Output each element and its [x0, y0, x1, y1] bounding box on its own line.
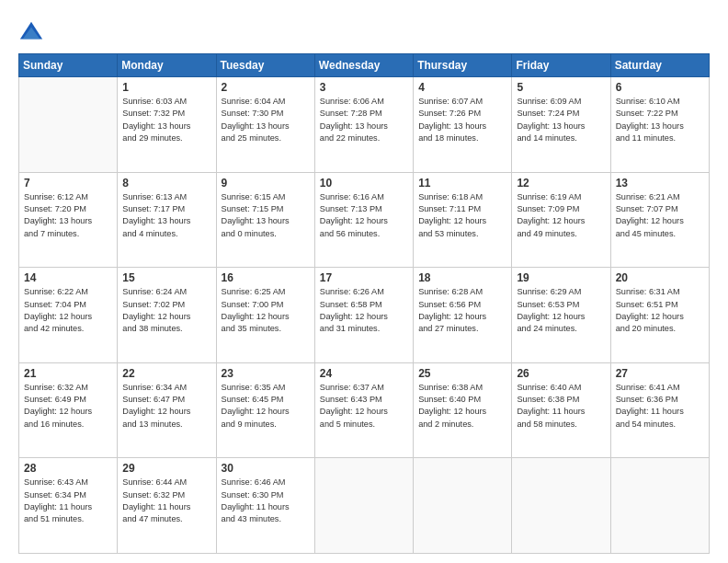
- day-number: 22: [122, 367, 210, 380]
- day-number: 10: [320, 177, 408, 190]
- calendar-cell: [314, 458, 413, 554]
- day-number: 20: [616, 271, 704, 284]
- day-number: 26: [517, 367, 605, 380]
- calendar-cell: 2Sunrise: 6:04 AM Sunset: 7:30 PM Daylig…: [216, 77, 314, 173]
- week-row-1: 7Sunrise: 6:12 AM Sunset: 7:20 PM Daylig…: [19, 172, 710, 268]
- week-row-3: 21Sunrise: 6:32 AM Sunset: 6:49 PM Dayli…: [19, 362, 710, 458]
- day-number: 14: [24, 271, 112, 284]
- day-info: Sunrise: 6:21 AM Sunset: 7:07 PM Dayligh…: [616, 191, 704, 240]
- day-info: Sunrise: 6:04 AM Sunset: 7:30 PM Dayligh…: [222, 96, 310, 144]
- calendar-cell: 23Sunrise: 6:35 AM Sunset: 6:45 PM Dayli…: [216, 362, 314, 458]
- day-info: Sunrise: 6:07 AM Sunset: 7:26 PM Dayligh…: [418, 96, 506, 144]
- day-number: 16: [222, 271, 310, 284]
- day-number: 11: [418, 177, 506, 190]
- calendar-cell: 7Sunrise: 6:12 AM Sunset: 7:20 PM Daylig…: [19, 172, 118, 268]
- weekday-header-monday: Monday: [118, 54, 216, 77]
- day-number: 3: [320, 81, 408, 94]
- day-number: 5: [517, 81, 605, 94]
- calendar-cell: 26Sunrise: 6:40 AM Sunset: 6:38 PM Dayli…: [512, 362, 610, 458]
- calendar-cell: [414, 458, 512, 554]
- week-row-0: 1Sunrise: 6:03 AM Sunset: 7:32 PM Daylig…: [19, 77, 710, 173]
- day-number: 12: [517, 177, 605, 190]
- day-info: Sunrise: 6:32 AM Sunset: 6:49 PM Dayligh…: [24, 382, 112, 431]
- calendar-cell: 21Sunrise: 6:32 AM Sunset: 6:49 PM Dayli…: [19, 362, 118, 458]
- calendar-cell: 18Sunrise: 6:28 AM Sunset: 6:56 PM Dayli…: [414, 268, 512, 363]
- calendar-cell: [19, 77, 118, 173]
- day-info: Sunrise: 6:25 AM Sunset: 7:00 PM Dayligh…: [222, 286, 310, 335]
- day-info: Sunrise: 6:13 AM Sunset: 7:17 PM Dayligh…: [122, 191, 210, 240]
- day-number: 9: [222, 177, 310, 190]
- calendar-cell: 3Sunrise: 6:06 AM Sunset: 7:28 PM Daylig…: [314, 77, 413, 173]
- calendar-cell: 29Sunrise: 6:44 AM Sunset: 6:32 PM Dayli…: [118, 458, 216, 554]
- calendar-cell: [610, 458, 709, 554]
- week-row-4: 28Sunrise: 6:43 AM Sunset: 6:34 PM Dayli…: [19, 458, 710, 554]
- day-info: Sunrise: 6:22 AM Sunset: 7:04 PM Dayligh…: [24, 286, 112, 335]
- header: [18, 17, 710, 46]
- day-info: Sunrise: 6:28 AM Sunset: 6:56 PM Dayligh…: [418, 286, 506, 335]
- day-number: 17: [320, 271, 408, 284]
- day-info: Sunrise: 6:16 AM Sunset: 7:13 PM Dayligh…: [320, 191, 408, 240]
- day-number: 28: [24, 462, 112, 475]
- day-number: 29: [122, 462, 210, 475]
- calendar-cell: 16Sunrise: 6:25 AM Sunset: 7:00 PM Dayli…: [216, 268, 314, 363]
- day-info: Sunrise: 6:09 AM Sunset: 7:24 PM Dayligh…: [517, 96, 605, 144]
- calendar-cell: 28Sunrise: 6:43 AM Sunset: 6:34 PM Dayli…: [19, 458, 118, 554]
- day-number: 24: [320, 367, 408, 380]
- day-info: Sunrise: 6:43 AM Sunset: 6:34 PM Dayligh…: [24, 477, 112, 525]
- weekday-header-tuesday: Tuesday: [216, 54, 314, 77]
- calendar-cell: 4Sunrise: 6:07 AM Sunset: 7:26 PM Daylig…: [414, 77, 512, 173]
- calendar-cell: 20Sunrise: 6:31 AM Sunset: 6:51 PM Dayli…: [610, 268, 709, 363]
- day-number: 7: [24, 177, 112, 190]
- day-info: Sunrise: 6:41 AM Sunset: 6:36 PM Dayligh…: [616, 382, 704, 431]
- calendar-cell: 6Sunrise: 6:10 AM Sunset: 7:22 PM Daylig…: [610, 77, 709, 173]
- day-number: 18: [418, 271, 506, 284]
- page: SundayMondayTuesdayWednesdayThursdayFrid…: [0, 0, 728, 563]
- day-number: 21: [24, 367, 112, 380]
- day-number: 15: [122, 271, 210, 284]
- calendar-cell: 11Sunrise: 6:18 AM Sunset: 7:11 PM Dayli…: [414, 172, 512, 268]
- day-number: 2: [222, 81, 310, 94]
- weekday-header-friday: Friday: [512, 54, 610, 77]
- day-info: Sunrise: 6:29 AM Sunset: 6:53 PM Dayligh…: [517, 286, 605, 335]
- logo-icon: [18, 20, 44, 46]
- day-number: 19: [517, 271, 605, 284]
- day-info: Sunrise: 6:03 AM Sunset: 7:32 PM Dayligh…: [122, 96, 210, 144]
- day-info: Sunrise: 6:37 AM Sunset: 6:43 PM Dayligh…: [320, 382, 408, 431]
- day-number: 6: [616, 81, 704, 94]
- calendar-cell: 12Sunrise: 6:19 AM Sunset: 7:09 PM Dayli…: [512, 172, 610, 268]
- day-number: 23: [222, 367, 310, 380]
- calendar-cell: 17Sunrise: 6:26 AM Sunset: 6:58 PM Dayli…: [314, 268, 413, 363]
- calendar-cell: 9Sunrise: 6:15 AM Sunset: 7:15 PM Daylig…: [216, 172, 314, 268]
- day-number: 1: [122, 81, 210, 94]
- day-info: Sunrise: 6:06 AM Sunset: 7:28 PM Dayligh…: [320, 96, 408, 144]
- calendar-cell: 19Sunrise: 6:29 AM Sunset: 6:53 PM Dayli…: [512, 268, 610, 363]
- day-number: 8: [122, 177, 210, 190]
- calendar-cell: 14Sunrise: 6:22 AM Sunset: 7:04 PM Dayli…: [19, 268, 118, 363]
- calendar-cell: 1Sunrise: 6:03 AM Sunset: 7:32 PM Daylig…: [118, 77, 216, 173]
- calendar-header: SundayMondayTuesdayWednesdayThursdayFrid…: [19, 54, 710, 77]
- day-number: 30: [222, 462, 310, 475]
- weekday-header-thursday: Thursday: [414, 54, 512, 77]
- calendar-body: 1Sunrise: 6:03 AM Sunset: 7:32 PM Daylig…: [19, 77, 710, 554]
- day-info: Sunrise: 6:46 AM Sunset: 6:30 PM Dayligh…: [222, 477, 310, 525]
- day-number: 25: [418, 367, 506, 380]
- calendar-cell: 8Sunrise: 6:13 AM Sunset: 7:17 PM Daylig…: [118, 172, 216, 268]
- calendar-cell: [512, 458, 610, 554]
- day-info: Sunrise: 6:26 AM Sunset: 6:58 PM Dayligh…: [320, 286, 408, 335]
- day-info: Sunrise: 6:35 AM Sunset: 6:45 PM Dayligh…: [222, 382, 310, 431]
- logo: [18, 20, 46, 46]
- calendar-cell: 5Sunrise: 6:09 AM Sunset: 7:24 PM Daylig…: [512, 77, 610, 173]
- calendar-cell: 30Sunrise: 6:46 AM Sunset: 6:30 PM Dayli…: [216, 458, 314, 554]
- calendar-cell: 10Sunrise: 6:16 AM Sunset: 7:13 PM Dayli…: [314, 172, 413, 268]
- weekday-header-sunday: Sunday: [19, 54, 118, 77]
- calendar-cell: 27Sunrise: 6:41 AM Sunset: 6:36 PM Dayli…: [610, 362, 709, 458]
- day-number: 27: [616, 367, 704, 380]
- weekday-header-saturday: Saturday: [610, 54, 709, 77]
- calendar-cell: 22Sunrise: 6:34 AM Sunset: 6:47 PM Dayli…: [118, 362, 216, 458]
- weekday-header-wednesday: Wednesday: [314, 54, 413, 77]
- calendar-cell: 25Sunrise: 6:38 AM Sunset: 6:40 PM Dayli…: [414, 362, 512, 458]
- day-number: 4: [418, 81, 506, 94]
- weekday-row: SundayMondayTuesdayWednesdayThursdayFrid…: [19, 54, 710, 77]
- day-info: Sunrise: 6:19 AM Sunset: 7:09 PM Dayligh…: [517, 191, 605, 240]
- day-info: Sunrise: 6:10 AM Sunset: 7:22 PM Dayligh…: [616, 96, 704, 144]
